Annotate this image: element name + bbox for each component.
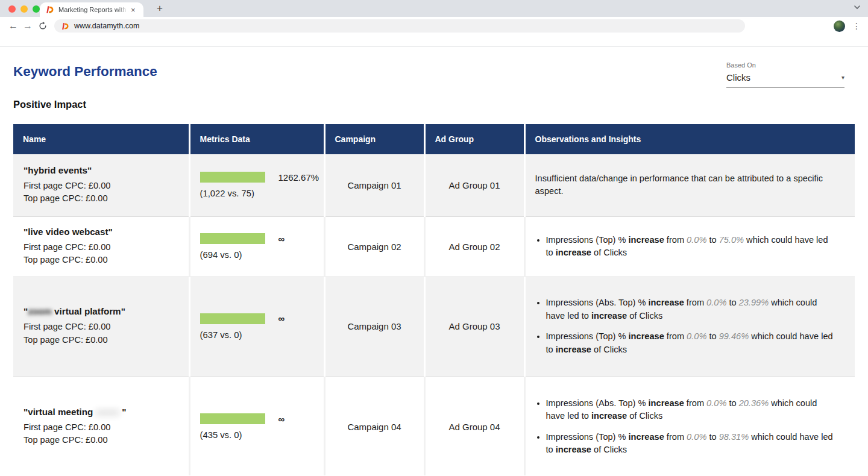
metric-bar	[200, 413, 265, 424]
top-page-cpc: Top page CPC: £0.00	[24, 254, 183, 267]
forward-button[interactable]: →	[20, 21, 35, 31]
window-zoom-button[interactable]	[33, 5, 40, 13]
observations-cell: Impressions (Top) % increase from 0.0% t…	[524, 216, 855, 277]
chrome-divider	[0, 35, 868, 47]
reload-button[interactable]	[39, 22, 47, 30]
profile-avatar[interactable]	[834, 20, 845, 32]
first-page-cpc: First page CPC: £0.00	[24, 241, 183, 254]
campaign-label: Campaign 02	[347, 242, 401, 252]
based-on-label: Based On	[726, 61, 844, 69]
browser-menu-button[interactable]: ⋮	[852, 22, 861, 30]
top-page-cpc: Top page CPC: £0.00	[24, 434, 183, 447]
table-header-row: Name Metrics Data Campaign Ad Group Obse…	[13, 124, 855, 154]
header-metrics-data: Metrics Data	[189, 124, 324, 154]
observations-cell: Impressions (Abs. Top) % increase from 0…	[524, 376, 855, 475]
ad-group-cell: Ad Group 04	[424, 376, 524, 475]
observations-cell: Insufficient data/change in performance …	[524, 154, 855, 216]
table-row: "hybrid events" First page CPC: £0.00 To…	[13, 154, 855, 216]
new-tab-button[interactable]: +	[153, 2, 166, 15]
section-title: Positive Impact	[13, 99, 855, 110]
first-page-cpc: First page CPC: £0.00	[24, 421, 183, 434]
ad-group-label: Ad Group 01	[448, 180, 500, 190]
keyword-name: "hybrid events"	[24, 165, 183, 175]
table-row: "virtual meeting zoom " First page CPC: …	[13, 376, 855, 475]
campaign-label: Campaign 03	[347, 321, 401, 331]
metric-bar	[200, 172, 265, 183]
url-bar[interactable]: www.datamyth.com	[54, 19, 745, 33]
header-name: Name	[13, 124, 189, 154]
observations-cell: Impressions (Abs. Top) % increase from 0…	[524, 277, 855, 376]
header-campaign: Campaign	[324, 124, 424, 154]
back-button[interactable]: ←	[6, 21, 20, 31]
keyword-table: Name Metrics Data Campaign Ad Group Obse…	[13, 124, 855, 475]
header-ad-group: Ad Group	[424, 124, 524, 154]
metric-value: ∞	[278, 414, 285, 424]
table-row: "zoom virtual platform" First page CPC: …	[13, 277, 855, 376]
top-page-cpc: Top page CPC: £0.00	[24, 334, 183, 347]
keyword-name: "virtual meeting zoom "	[24, 407, 183, 417]
ad-group-cell: Ad Group 01	[424, 154, 524, 216]
based-on-select[interactable]: Based On Clicks ▾	[726, 61, 844, 88]
campaign-cell: Campaign 02	[324, 216, 424, 277]
browser-tab[interactable]: Marketing Reports with Automa ×	[40, 2, 143, 17]
first-page-cpc: First page CPC: £0.00	[24, 180, 183, 193]
campaign-cell: Campaign 03	[324, 277, 424, 376]
metric-comparison: (637 vs. 0)	[200, 330, 324, 340]
first-page-cpc: First page CPC: £0.00	[24, 321, 183, 334]
metric-comparison: (435 vs. 0)	[200, 430, 324, 440]
metric-bar	[200, 313, 265, 324]
ad-group-cell: Ad Group 02	[424, 216, 524, 277]
top-page-cpc: Top page CPC: £0.00	[24, 192, 183, 205]
metric-comparison: (694 vs. 0)	[200, 250, 324, 260]
metric-value: ∞	[278, 313, 285, 324]
datamyth-favicon-icon	[46, 5, 54, 14]
window-minimize-button[interactable]	[20, 5, 28, 13]
keyword-name: "live video webcast"	[24, 227, 183, 237]
based-on-value: Clicks	[726, 72, 750, 83]
chevron-down-icon[interactable]	[854, 5, 861, 10]
ad-group-label: Ad Group 03	[448, 321, 500, 331]
campaign-cell: Campaign 04	[324, 376, 424, 475]
table-body: "hybrid events" First page CPC: £0.00 To…	[13, 154, 855, 475]
ad-group-label: Ad Group 04	[448, 422, 500, 432]
table-row: "live video webcast" First page CPC: £0.…	[13, 216, 855, 277]
metric-value: ∞	[278, 234, 285, 244]
header-observations: Observations and Insights	[524, 124, 855, 154]
campaign-label: Campaign 04	[347, 422, 401, 432]
metric-comparison: (1,022 vs. 75)	[200, 189, 324, 198]
metric-bar	[200, 233, 265, 244]
campaign-label: Campaign 01	[347, 180, 401, 190]
tab-title: Marketing Reports with Automa	[58, 6, 128, 13]
campaign-cell: Campaign 01	[324, 154, 424, 216]
tab-close-icon[interactable]: ×	[131, 6, 136, 14]
browser-tab-strip: Marketing Reports with Automa × +	[0, 0, 868, 17]
window-close-button[interactable]	[8, 5, 16, 13]
url-text: www.datamyth.com	[74, 22, 139, 30]
browser-toolbar: ← → www.datamyth.com ⋮	[0, 17, 868, 35]
ad-group-cell: Ad Group 03	[424, 277, 524, 376]
ad-group-label: Ad Group 02	[448, 242, 500, 252]
dropdown-arrow-icon: ▾	[841, 74, 844, 81]
metric-value: 1262.67%	[278, 172, 319, 183]
page-content: Keyword Performance Based On Clicks ▾ Po…	[0, 47, 868, 475]
window-controls	[8, 5, 40, 13]
datamyth-favicon-icon	[61, 22, 69, 30]
keyword-name: "zoom virtual platform"	[24, 306, 183, 316]
